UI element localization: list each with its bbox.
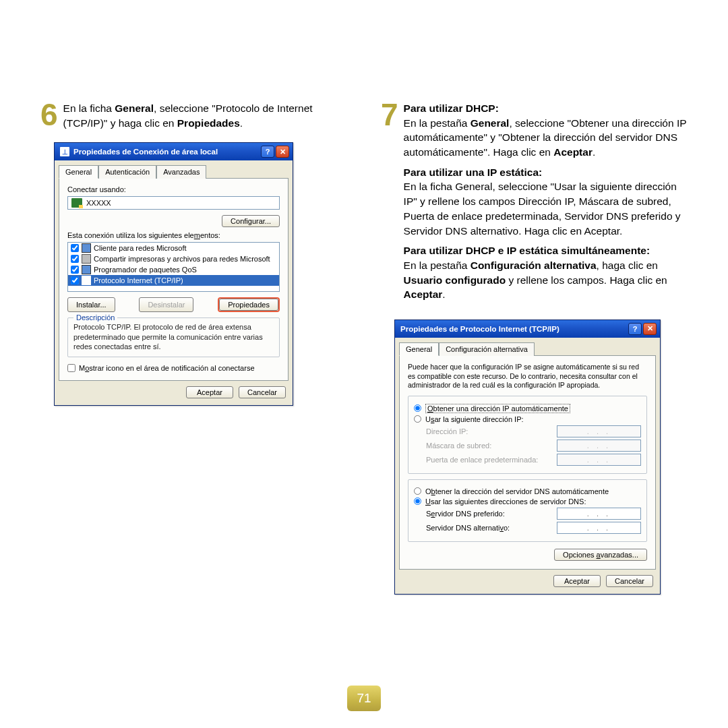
label: Servidor DNS preferido: xyxy=(426,510,505,518)
ok-button[interactable]: Aceptar xyxy=(553,575,601,587)
item-label: Compartir impresoras y archivos para red… xyxy=(94,255,270,263)
static-head: Para utilizar una IP estática: xyxy=(404,165,688,180)
window-icon: ⊥ xyxy=(60,147,69,156)
tab-auth[interactable]: Autenticación xyxy=(98,165,156,179)
titlebar[interactable]: ⊥ Propiedades de Conexión de área local … xyxy=(55,143,293,160)
info-text: Puede hacer que la configuración IP se a… xyxy=(408,363,647,390)
show-icon-label: Mostrar icono en el área de notificación… xyxy=(79,364,255,372)
left-column: 6 En la ficha General, seleccione "Proto… xyxy=(40,101,347,595)
list-item-selected[interactable]: Protocolo Internet (TCP/IP) xyxy=(68,275,279,286)
radio-label: Usar la siguiente dirección IP: xyxy=(425,415,524,423)
configure-button[interactable]: Configurar... xyxy=(222,215,280,227)
help-button[interactable]: ? xyxy=(628,323,642,335)
t: En la pestaña xyxy=(404,117,471,129)
cancel-button[interactable]: Cancelar xyxy=(239,386,286,398)
radio[interactable] xyxy=(414,487,421,495)
gw-field: Puerta de enlace predeterminada:. . . xyxy=(426,454,641,466)
ok-button[interactable]: Aceptar xyxy=(186,386,233,398)
page-number-badge: 71 xyxy=(347,686,381,711)
radio-label: Usar las siguientes direcciones de servi… xyxy=(425,497,586,506)
ip-input: . . . xyxy=(557,425,641,437)
checkbox[interactable] xyxy=(67,364,75,372)
radio[interactable] xyxy=(414,497,421,505)
static-body: En la ficha General, seleccione "Usar la… xyxy=(404,179,688,238)
t: En la pestaña xyxy=(404,260,471,271)
checkbox[interactable] xyxy=(71,255,79,263)
radio[interactable] xyxy=(414,415,421,423)
adapter-icon xyxy=(71,198,82,208)
elements-label: Esta conexión utiliza los siguientes ele… xyxy=(67,231,280,239)
t: Configuración alternativa xyxy=(471,260,597,271)
titlebar[interactable]: Propiedades de Protocolo Internet (TCP/I… xyxy=(395,320,660,338)
item-label: Programador de paquetes QoS xyxy=(94,266,197,274)
ip-input: . . . xyxy=(557,454,641,466)
advanced-button[interactable]: Opciones avanzadas... xyxy=(554,549,647,561)
ip-input[interactable]: . . . xyxy=(557,522,641,534)
label: Máscara de subred: xyxy=(426,442,491,450)
tcpip-properties-dialog: Propiedades de Protocolo Internet (TCP/I… xyxy=(394,320,661,595)
tab-advanced[interactable]: Avanzadas xyxy=(156,165,206,179)
close-button[interactable]: ✕ xyxy=(643,323,657,335)
t: En la ficha xyxy=(63,102,115,114)
dns1-field: Servidor DNS preferido:. . . xyxy=(426,508,641,520)
checkbox[interactable] xyxy=(71,266,79,274)
step-7: 7 Para utilizar DHCP: En la pestaña Gene… xyxy=(381,101,688,307)
window-title: Propiedades de Protocolo Internet (TCP/I… xyxy=(400,325,559,333)
window-title: Propiedades de Conexión de área local xyxy=(73,148,218,156)
cancel-button[interactable]: Cancelar xyxy=(606,575,653,587)
t: Propiedades xyxy=(177,117,240,129)
step-6-text: En la ficha General, seleccione "Protoco… xyxy=(63,101,347,130)
label: Puerta de enlace predeterminada: xyxy=(426,456,538,464)
adapter-name: XXXXX xyxy=(86,199,111,207)
label: Dirección IP: xyxy=(426,427,468,435)
qos-icon xyxy=(82,265,91,274)
adapter-field[interactable]: XXXXX xyxy=(67,196,280,210)
t: Aceptar xyxy=(553,146,593,158)
tab-general[interactable]: General xyxy=(59,165,98,179)
list-item[interactable]: Cliente para redes Microsoft xyxy=(68,243,279,253)
components-list[interactable]: Cliente para redes Microsoft Compartir i… xyxy=(67,242,280,292)
radio[interactable] xyxy=(414,404,421,412)
step-7-text: Para utilizar DHCP: En la pestaña Genera… xyxy=(404,101,688,307)
ip-input[interactable]: . . . xyxy=(557,508,641,520)
tabs: General Autenticación Avanzadas xyxy=(55,160,293,178)
radio-static-dns[interactable]: Usar las siguientes direcciones de servi… xyxy=(414,497,641,506)
t: Usuario configurado xyxy=(404,274,506,286)
radio-auto-dns[interactable]: Obtener la dirección del servidor DNS au… xyxy=(414,487,641,495)
connect-using-label: Conectar usando: xyxy=(67,185,280,193)
install-button[interactable]: Instalar... xyxy=(67,297,115,312)
radio-static-ip[interactable]: Usar la siguiente dirección IP: xyxy=(414,415,641,423)
ip-input: . . . xyxy=(557,439,641,452)
radio-label: Obtener la dirección del servidor DNS au… xyxy=(425,487,609,495)
tab-panel: Puede hacer que la configuración IP se a… xyxy=(399,355,656,570)
show-icon-check[interactable]: Mostrar icono en el área de notificación… xyxy=(67,364,280,372)
radio-label: Obtener una dirección IP automáticamente xyxy=(425,404,570,413)
page-number: 71 xyxy=(357,691,371,706)
radio-auto-ip[interactable]: Obtener una dirección IP automáticamente xyxy=(414,404,641,413)
help-button[interactable]: ? xyxy=(261,146,274,158)
uninstall-button: Desinstalar xyxy=(139,297,193,312)
t: . xyxy=(442,289,445,300)
item-label: Cliente para redes Microsoft xyxy=(94,244,187,252)
dhcp-head: Para utilizar DHCP: xyxy=(404,102,499,114)
tabs: General Configuración alternativa xyxy=(395,338,660,355)
tab-general[interactable]: General xyxy=(399,342,439,356)
close-button[interactable]: ✕ xyxy=(276,146,289,158)
properties-button[interactable]: Propiedades xyxy=(219,299,278,311)
dns-group: Obtener la dirección del servidor DNS au… xyxy=(408,479,647,542)
list-item[interactable]: Compartir impresoras y archivos para red… xyxy=(68,253,279,264)
tab-panel: Conectar usando: XXXXX Configurar... Est… xyxy=(59,178,289,381)
tcpip-icon xyxy=(82,276,91,285)
step-number-7: 7 xyxy=(381,101,398,129)
step-number-6: 6 xyxy=(40,101,58,129)
t: General xyxy=(115,102,154,114)
ip-group: Obtener una dirección IP automáticamente… xyxy=(408,396,647,474)
checkbox[interactable] xyxy=(71,276,79,284)
t: y rellene los campos. Haga clic en xyxy=(506,274,667,286)
t: General xyxy=(471,117,510,129)
description-legend: Descripción xyxy=(73,313,117,322)
checkbox[interactable] xyxy=(71,244,79,252)
tab-alt-config[interactable]: Configuración alternativa xyxy=(439,342,535,356)
list-item[interactable]: Programador de paquetes QoS xyxy=(68,264,279,275)
properties-highlight: Propiedades xyxy=(218,297,280,312)
